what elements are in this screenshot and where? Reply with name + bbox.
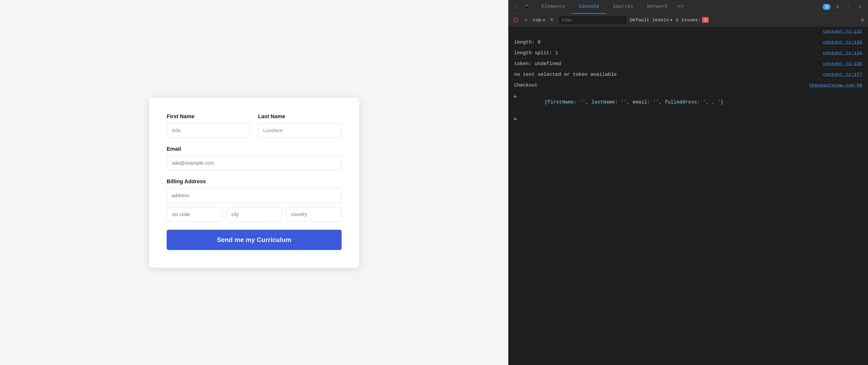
console-text-3: length split: 1 [514, 50, 819, 56]
console-line-4: token: undefined content.js:135 [508, 58, 868, 69]
billing-address-section: Billing Address [167, 178, 342, 222]
address-sub-row [167, 207, 342, 222]
devtools-panel: ⬚ 📱 Elements Console Sources Network >> … [508, 0, 868, 365]
first-name-group: First Name [167, 113, 250, 138]
issues-label: 3 Issues: [676, 17, 701, 23]
devtools-tab-more[interactable]: >> [675, 4, 687, 10]
top-dropdown[interactable]: top ▾ [533, 17, 546, 23]
billing-address-label: Billing Address [167, 178, 342, 185]
console-link-6[interactable]: CheckoutView.vue:58 [809, 83, 862, 88]
devtools-toolbar: 🚫 ⊘ top ▾ 👁 Default levels ▾ 3 Issues: 3… [508, 14, 868, 26]
console-line-1: content.js:131 [508, 26, 868, 37]
console-line-5: no text selected or token available cont… [508, 69, 868, 80]
city-input[interactable] [226, 207, 282, 222]
close-devtools-icon[interactable]: ✕ [856, 3, 864, 11]
console-output: content.js:131 length: 0 content.js:133 … [508, 26, 868, 365]
inspect-icon[interactable]: ⬚ [512, 3, 520, 11]
form-card: First Name Last Name Email Billing Addre… [149, 97, 359, 268]
zip-code-input[interactable] [167, 207, 222, 222]
console-link-5[interactable]: content.js:177 [823, 72, 862, 77]
console-line-7: ▶ {firstName: '', lastName: '', email: '… [508, 91, 868, 113]
console-line-3: length split: 1 content.js:134 [508, 48, 868, 58]
address-input[interactable] [167, 188, 342, 203]
console-text-4: token: undefined [514, 61, 819, 66]
devtools-tab-icons: ⬚ 📱 [512, 3, 531, 11]
last-name-group: Last Name [258, 113, 342, 138]
console-link-1[interactable]: content.js:131 [823, 29, 862, 34]
email-group: Email [167, 146, 342, 170]
block-icon[interactable]: ⊘ [523, 17, 530, 24]
console-line-6: Checkout CheckoutView.vue:58 [508, 80, 868, 91]
email-input[interactable] [167, 156, 342, 170]
settings-gear-icon[interactable]: ⚙ [834, 3, 842, 11]
tab-elements[interactable]: Elements [535, 0, 572, 14]
console-expand-arrow[interactable]: ▶ [514, 93, 517, 99]
issues-badge: 3 [702, 17, 708, 23]
name-row: First Name Last Name [167, 113, 342, 138]
console-link-4[interactable]: content.js:135 [823, 61, 862, 66]
first-name-label: First Name [167, 113, 250, 120]
last-name-label: Last Name [258, 113, 342, 120]
top-label: top [533, 17, 541, 23]
email-row: Email [167, 146, 342, 170]
devtools-badge: 3 [823, 4, 830, 10]
issues-indicator[interactable]: 3 Issues: 3 [676, 17, 709, 23]
console-link-3[interactable]: content.js:134 [823, 50, 862, 56]
console-text-7: {firstName: '', lastName: '', email: '',… [521, 94, 862, 111]
toolbar-settings-icon[interactable]: ⚙ [861, 17, 864, 23]
more-options-icon[interactable]: ⋮ [845, 3, 853, 11]
console-text-2: length: 0 [514, 39, 819, 45]
console-filter-input[interactable] [559, 16, 627, 25]
clear-console-icon[interactable]: 🚫 [512, 17, 520, 24]
console-line-8: ▶ [508, 113, 868, 124]
device-icon[interactable]: 📱 [523, 3, 531, 11]
tab-console[interactable]: Console [572, 0, 606, 14]
default-levels-label: Default levels [630, 17, 669, 23]
tab-sources[interactable]: Sources [606, 0, 640, 14]
console-text-5: no text selected or token available [514, 72, 819, 77]
address-row [167, 188, 342, 203]
default-levels-chevron-icon: ▾ [670, 17, 673, 23]
tab-network[interactable]: Network [640, 0, 675, 14]
devtools-tabs-bar: ⬚ 📱 Elements Console Sources Network >> … [508, 0, 868, 14]
console-text-6: Checkout [514, 82, 805, 88]
console-line-2: length: 0 content.js:133 [508, 37, 868, 48]
email-label: Email [167, 146, 342, 152]
country-input[interactable] [286, 207, 342, 222]
console-expand-arrow-2[interactable]: ▶ [514, 116, 517, 122]
first-name-input[interactable] [167, 123, 250, 138]
console-link-2[interactable]: content.js:133 [823, 39, 862, 45]
top-chevron-icon: ▾ [542, 17, 545, 23]
browser-panel: First Name Last Name Email Billing Addre… [0, 0, 508, 365]
submit-button[interactable]: Send me my Curriculum [167, 230, 342, 250]
last-name-input[interactable] [258, 123, 342, 138]
eye-icon[interactable]: 👁 [548, 17, 556, 24]
default-levels-dropdown[interactable]: Default levels ▾ [630, 17, 673, 23]
